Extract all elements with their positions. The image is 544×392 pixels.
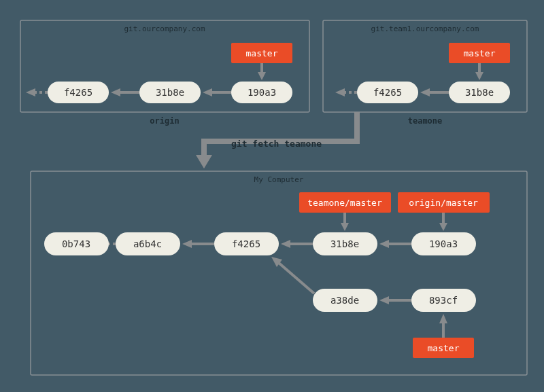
local-commit-0b743: 0b743 <box>44 232 109 255</box>
teamone-ref-master: master <box>449 43 510 63</box>
arrow-head-icon <box>203 88 212 96</box>
local-title: My Computer <box>254 175 304 184</box>
local-ref-origin: origin/master <box>398 192 490 213</box>
origin-caption: origin <box>150 116 179 126</box>
teamone-panel: git.team1.ourcompany.com master 31b8e f4… <box>323 20 527 126</box>
big-arrow-path <box>204 112 357 158</box>
commit-hash: f4265 <box>373 87 402 98</box>
local-commit-f4265: f4265 <box>214 232 279 255</box>
arrow-head-icon <box>439 223 447 231</box>
origin-host: git.ourcompany.com <box>124 24 205 33</box>
local-ref-teamone: teamone/master <box>299 192 391 213</box>
ref-label: origin/master <box>409 198 478 208</box>
commit-hash: f4265 <box>64 87 92 98</box>
commit-hash: 190a3 <box>429 238 458 249</box>
ref-label: master <box>464 48 496 58</box>
commit-hash: a38de <box>330 295 359 306</box>
git-diagram: git.ourcompany.com master 190a3 31b8e f4… <box>0 0 544 392</box>
teamone-host: git.team1.ourcompany.com <box>371 24 479 33</box>
local-commit-893cf: 893cf <box>411 289 476 312</box>
local-commit-a38de: a38de <box>313 289 377 312</box>
local-panel: My Computer teamone/master origin/master… <box>31 171 527 375</box>
commit-hash: 0b743 <box>62 238 90 249</box>
local-commit-a6b4c: a6b4c <box>116 232 180 255</box>
arrow-head-icon <box>26 88 35 96</box>
origin-commit-3: 190a3 <box>231 82 292 103</box>
origin-panel: git.ourcompany.com master 190a3 31b8e f4… <box>20 20 309 126</box>
origin-commit-2: 31b8e <box>139 82 201 103</box>
commit-hash: 190a3 <box>248 87 276 98</box>
arrow-head-icon <box>475 72 483 80</box>
local-commit-190a3: 190a3 <box>411 232 476 255</box>
arrow-head-icon <box>182 240 192 248</box>
teamone-caption: teamone <box>408 116 443 126</box>
arrow <box>279 263 314 293</box>
fetch-command: git fetch teamone <box>231 139 322 149</box>
commit-hash: 31b8e <box>330 238 359 249</box>
arrow-head-icon <box>258 72 266 80</box>
arrow-head-icon <box>281 240 290 248</box>
commit-hash: 31b8e <box>465 87 494 98</box>
arrow-head-icon <box>439 314 447 323</box>
arrow-head-icon <box>379 240 389 248</box>
ref-label: master <box>246 48 278 58</box>
ref-label: teamone/master <box>307 198 382 208</box>
arrow-head-icon <box>335 88 345 96</box>
arrow-head-icon <box>111 88 120 96</box>
commit-hash: f4265 <box>232 238 260 249</box>
origin-ref-master: master <box>231 43 292 63</box>
commit-hash: 31b8e <box>156 87 184 98</box>
arrow-head-icon <box>341 223 349 231</box>
origin-commit-1: f4265 <box>48 82 109 103</box>
local-commit-31b8e: 31b8e <box>313 232 377 255</box>
local-ref-master: master <box>413 338 474 358</box>
teamone-commit-2: 31b8e <box>449 82 510 103</box>
commit-hash: 893cf <box>429 295 458 306</box>
teamone-commit-1: f4265 <box>357 82 418 103</box>
ref-label: master <box>428 343 460 353</box>
arrow-head-icon <box>379 296 389 304</box>
commit-hash: a6b4c <box>133 238 162 249</box>
big-arrow-head-icon <box>196 155 212 168</box>
arrow-head-icon <box>420 88 430 96</box>
